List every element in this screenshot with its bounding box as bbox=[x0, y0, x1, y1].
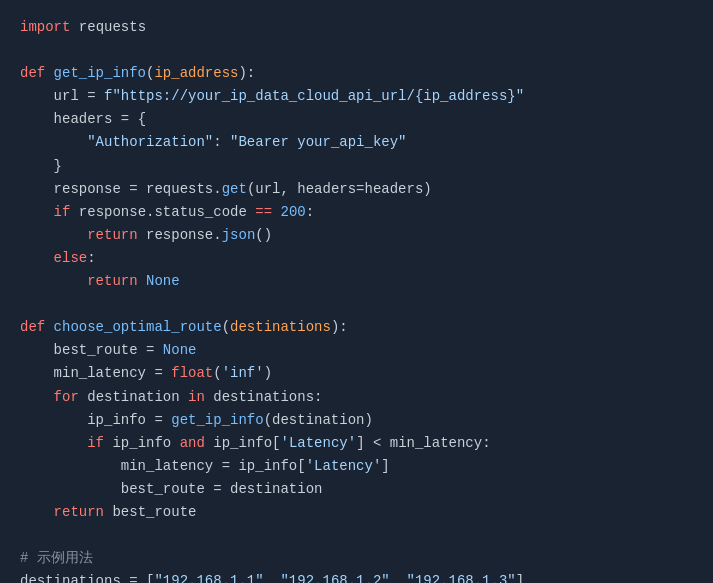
code-line-24: # 示例用法 bbox=[20, 547, 693, 570]
code-line-19: if ip_info and ip_info['Latency'] < min_… bbox=[20, 432, 693, 455]
code-line-21: best_route = destination bbox=[20, 478, 693, 501]
code-line-3: def get_ip_info(ip_address): bbox=[20, 62, 693, 85]
code-line-9: if response.status_code == 200: bbox=[20, 201, 693, 224]
code-line-20: min_latency = ip_info['Latency'] bbox=[20, 455, 693, 478]
code-line-25: destinations = ["192.168.1.1", "192.168.… bbox=[20, 570, 693, 583]
code-line-12: return None bbox=[20, 270, 693, 293]
code-line-5: headers = { bbox=[20, 108, 693, 131]
code-line-2 bbox=[20, 39, 693, 62]
code-line-14: def choose_optimal_route(destinations): bbox=[20, 316, 693, 339]
code-line-23 bbox=[20, 524, 693, 547]
code-line-6: "Authorization": "Bearer your_api_key" bbox=[20, 131, 693, 154]
code-line-18: ip_info = get_ip_info(destination) bbox=[20, 409, 693, 432]
code-line-7: } bbox=[20, 155, 693, 178]
code-line-8: response = requests.get(url, headers=hea… bbox=[20, 178, 693, 201]
code-line-17: for destination in destinations: bbox=[20, 386, 693, 409]
code-line-15: best_route = None bbox=[20, 339, 693, 362]
code-line-16: min_latency = float('inf') bbox=[20, 362, 693, 385]
code-line-10: return response.json() bbox=[20, 224, 693, 247]
code-line-22: return best_route bbox=[20, 501, 693, 524]
code-line-1: import requests bbox=[20, 16, 693, 39]
code-line-13 bbox=[20, 293, 693, 316]
code-line-4: url = f"https://your_ip_data_cloud_api_u… bbox=[20, 85, 693, 108]
code-editor: import requests def get_ip_info(ip_addre… bbox=[0, 0, 713, 583]
code-line-11: else: bbox=[20, 247, 693, 270]
